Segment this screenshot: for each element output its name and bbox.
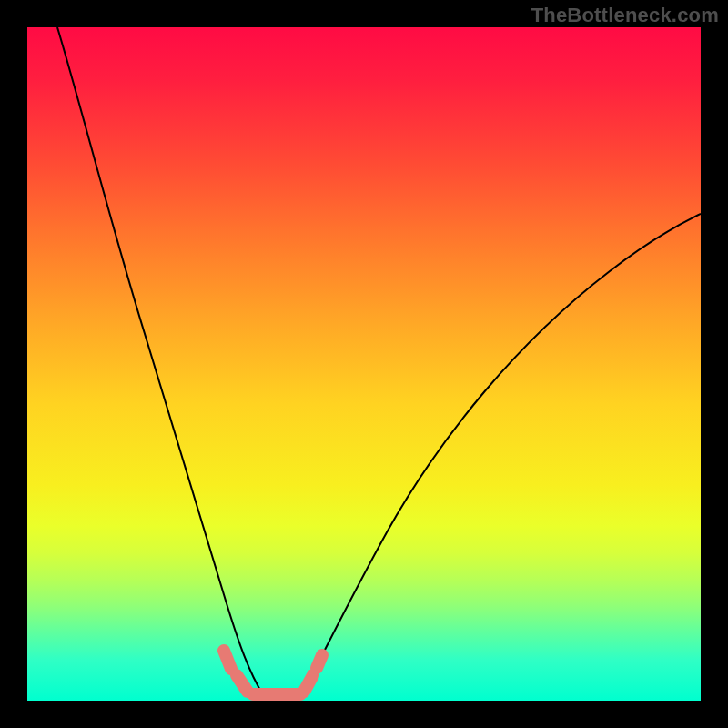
- outer-frame: TheBottleneck.com: [0, 0, 728, 728]
- curves-svg: [27, 27, 701, 701]
- floor-marker-left-b: [237, 675, 248, 692]
- watermark-text: TheBottleneck.com: [531, 4, 719, 27]
- left-curve: [57, 27, 264, 696]
- floor-marker-left-a: [224, 651, 231, 669]
- floor-marker-right-a: [304, 675, 313, 692]
- right-curve: [300, 214, 701, 696]
- floor-marker-right-b: [317, 655, 322, 668]
- plot-area: [27, 27, 701, 701]
